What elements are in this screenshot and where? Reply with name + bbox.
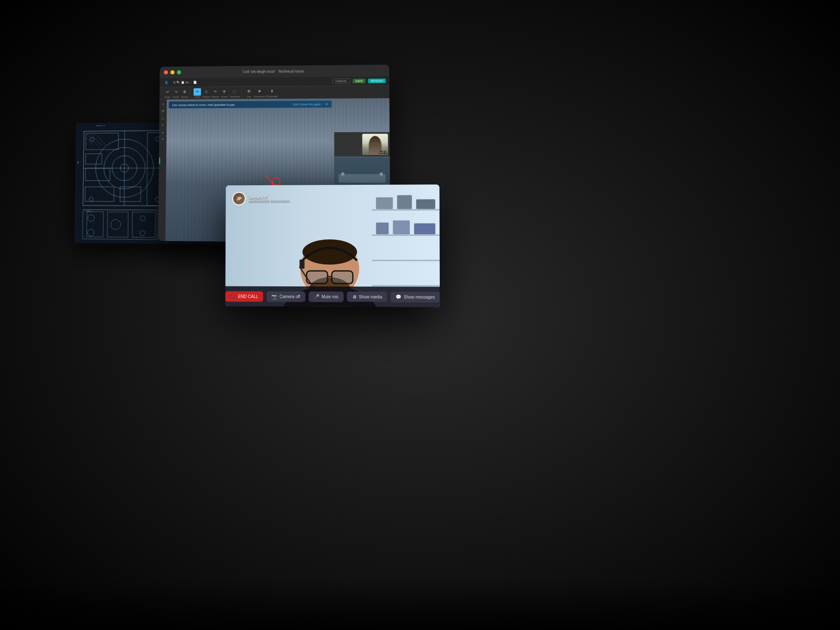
svg-rect-50	[339, 174, 386, 183]
system-icon[interactable]: ⚙	[220, 88, 228, 95]
background-overlay	[0, 0, 840, 630]
svg-text:←——120——→: ←——120——→	[84, 210, 93, 212]
message-icon: 💬	[396, 294, 402, 299]
cutter-icon[interactable]: ✂	[194, 88, 201, 95]
maximize-button[interactable]	[177, 70, 181, 74]
camera-off-icon: 📷	[272, 294, 278, 299]
sidebar-icon-menu[interactable]: ≡	[160, 101, 166, 107]
sidebar-icon-target[interactable]: ⊙	[160, 136, 165, 142]
svg-rect-67	[376, 223, 388, 234]
end-call-button[interactable]: 📞 END CALL	[225, 291, 263, 302]
tool-toolbar: ↩ Undo ↪ Redo ⊞ Board ✂ Cutter ◇ Shapes	[160, 86, 389, 100]
svg-text:180: 180	[77, 161, 79, 164]
svg-rect-77	[307, 272, 327, 283]
erase-icon[interactable]: ⬚	[231, 88, 239, 95]
notification-banner: Use mouse wheel to zoom, hold spacebar t…	[168, 100, 332, 109]
svg-rect-66	[416, 199, 436, 209]
shape-tools: ✂ Cutter ◇ Shapes ✏ Sketch ⚙ Erase ⬚ Too…	[192, 88, 242, 98]
mic-icon: 🎤	[314, 294, 320, 299]
call-controls-bar: 📞 END CALL 📷 Camera off 🎤 Mute mic 🖥 Sho…	[225, 286, 440, 307]
breadcrumb: ⊞ 🔍 📋 Aa → 📄	[173, 81, 197, 84]
end-call-label: END CALL	[238, 294, 258, 299]
toolbar-right: CANCEL SAVE RENDER	[332, 78, 386, 84]
download-label: Download	[266, 95, 278, 97]
svg-rect-69	[414, 223, 436, 234]
svg-rect-78	[333, 272, 352, 283]
user-info-overlay: JP James P. Hardware Engineer	[232, 192, 290, 205]
notification-link[interactable]: Don't show this again	[293, 102, 321, 105]
undo-label: Undo	[164, 96, 170, 98]
sidebar-icon-triangle[interactable]: △	[160, 115, 166, 121]
toolchain-icon[interactable]: ⛓	[245, 88, 253, 95]
media-icon: 🖥	[352, 294, 357, 299]
toolchain-label: Fan	[247, 95, 251, 97]
svg-rect-68	[393, 220, 410, 234]
thumb-cam-btn[interactable]: 📷	[379, 151, 383, 154]
phone-icon: 📞	[230, 294, 236, 299]
redo-label: Redo	[173, 96, 179, 98]
show-media-label: Show media	[359, 294, 382, 299]
svg-rect-64	[376, 197, 393, 209]
sketch-label: Sketch	[212, 95, 219, 98]
shapes-icon[interactable]: ◇	[203, 88, 210, 95]
erase-label: Toolchain	[229, 95, 240, 98]
download-icon[interactable]: ⬇	[268, 87, 276, 95]
thumb-mic-btn[interactable]: 🎤	[384, 151, 387, 154]
sidebar-icon-circle[interactable]: ●	[160, 129, 166, 135]
expand-button[interactable]: ⤢	[429, 188, 436, 194]
camera-off-button[interactable]: 📷 Camera off	[267, 291, 305, 302]
save-button[interactable]: SAVE	[353, 79, 366, 83]
sidebar-icon-grid[interactable]: ⊞	[160, 108, 166, 114]
notification-text: Use mouse wheel to zoom, hold spacebar t…	[172, 103, 236, 106]
person-thumbnail[interactable]: 📷 🎤	[362, 134, 388, 155]
user-text-block: James P. Hardware Engineer	[249, 194, 290, 203]
board-icon[interactable]: ⊞	[181, 88, 189, 96]
svg-point-56	[380, 173, 383, 176]
user-name: James P.	[249, 194, 290, 199]
show-media-button[interactable]: 🖥 Show media	[347, 291, 387, 302]
undo-icon[interactable]: ↩	[164, 88, 171, 96]
user-icon: 👤	[163, 80, 170, 85]
svg-point-73	[302, 239, 357, 265]
render-button[interactable]: RENDER	[368, 79, 386, 83]
cancel-button[interactable]: CANCEL	[332, 79, 350, 84]
redo-icon[interactable]: ↪	[172, 88, 180, 96]
minimize-button[interactable]	[171, 70, 175, 74]
active-indicator	[159, 158, 160, 164]
mute-mic-label: Mute mic	[322, 294, 339, 299]
board-label: Board	[181, 95, 188, 98]
avatar-initials: JP	[236, 196, 242, 201]
notification-close-button[interactable]: ✕	[325, 102, 328, 106]
thumb-controls: 📷 🎤	[379, 151, 387, 154]
window-title: Cell 'wit-dwgh-mod' · Technical Issue	[243, 69, 304, 74]
title-bar: Cell 'wit-dwgh-mod' · Technical Issue	[160, 65, 389, 78]
extra-tools: ⛓ Fan ❋ Download ⬇ Download	[244, 87, 279, 97]
show-messages-button[interactable]: 💬 Show messages	[391, 291, 440, 302]
sketch-icon[interactable]: ✏	[212, 88, 220, 95]
svg-point-55	[341, 172, 344, 176]
sidebar-icon-diamond[interactable]: ◇	[160, 122, 166, 128]
shapes-label: Shapes	[202, 95, 210, 98]
svg-rect-65	[397, 195, 412, 209]
svg-text:Scale 1:2: Scale 1:2	[96, 124, 105, 126]
system-label: Erase	[221, 95, 227, 98]
mute-mic-button[interactable]: 🎤 Mute mic	[309, 291, 344, 302]
show-messages-label: Show messages	[404, 294, 435, 299]
fan-icon[interactable]: ❋	[256, 87, 263, 95]
edit-tools: ↩ Undo ↪ Redo ⊞ Board	[162, 88, 190, 98]
user-avatar: JP	[232, 192, 246, 205]
user-role: Hardware Engineer	[249, 199, 290, 203]
cutter-label: Cutter	[194, 95, 201, 98]
camera-off-label: Camera off	[280, 294, 300, 299]
fan-label: Download	[254, 95, 265, 97]
close-button[interactable]	[164, 70, 168, 74]
video-call-window: JP James P. Hardware Engineer ⤢ 📞 END CA…	[225, 184, 440, 307]
